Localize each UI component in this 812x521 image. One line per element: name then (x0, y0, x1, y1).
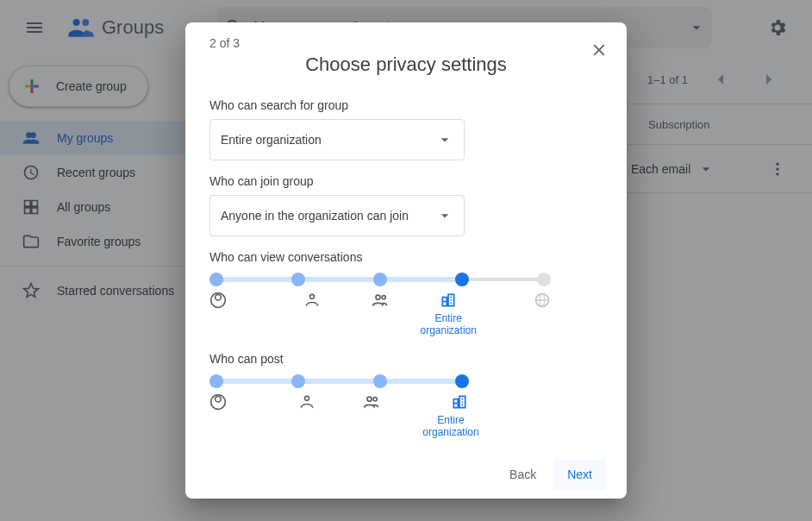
next-label: Next (567, 468, 592, 481)
svg-point-13 (304, 396, 309, 400)
people-icon (363, 393, 380, 411)
dialog-footer: Back Next (185, 450, 627, 499)
next-button[interactable]: Next (553, 459, 606, 490)
owners-icon (209, 292, 227, 309)
view-slider-caption: Entire organization (415, 312, 483, 336)
field-label-search: Who can search for group (209, 98, 575, 112)
chevron-down-icon (436, 131, 453, 148)
post-slider-selected-stop: Entire organization (403, 393, 468, 438)
app-root: Groups My groups Search my groups Create… (0, 0, 812, 521)
view-slider[interactable] (209, 273, 551, 286)
join-select[interactable]: Anyone in the organization can join (209, 195, 465, 236)
person-icon (303, 292, 321, 309)
people-icon (372, 292, 389, 309)
svg-point-6 (215, 294, 222, 300)
post-slider-caption: Entire organization (416, 414, 485, 438)
dialog-title: Choose privacy settings (185, 53, 627, 76)
svg-point-11 (215, 396, 222, 402)
globe-icon (534, 292, 551, 309)
view-slider-selected-stop: Entire organization (415, 292, 483, 336)
search-visibility-value: Entire organization (221, 133, 322, 147)
domain-icon (440, 292, 457, 309)
post-slider[interactable] (209, 374, 468, 388)
dialog-content: Who can search for group Entire organiza… (185, 90, 627, 450)
svg-point-14 (367, 397, 372, 401)
step-indicator: 2 of 3 (209, 36, 240, 50)
join-value: Anyone in the organization can join (221, 209, 409, 223)
person-icon (298, 393, 315, 411)
modal-scrim[interactable]: 2 of 3 Choose privacy settings Who can s… (0, 0, 812, 521)
back-label: Back (509, 468, 536, 481)
svg-point-9 (376, 295, 380, 299)
svg-point-8 (309, 294, 314, 298)
chevron-down-icon (436, 207, 453, 224)
privacy-settings-dialog: 2 of 3 Choose privacy settings Who can s… (185, 22, 627, 499)
back-button[interactable]: Back (496, 459, 550, 490)
owners-icon (209, 393, 227, 411)
search-visibility-select[interactable]: Entire organization (209, 119, 465, 160)
field-label-join: Who can join group (209, 174, 575, 188)
field-label-post: Who can post (209, 352, 575, 366)
svg-point-10 (382, 296, 385, 299)
svg-point-15 (373, 398, 377, 401)
field-label-view: Who can view conversations (209, 250, 575, 264)
domain-icon (451, 393, 468, 411)
